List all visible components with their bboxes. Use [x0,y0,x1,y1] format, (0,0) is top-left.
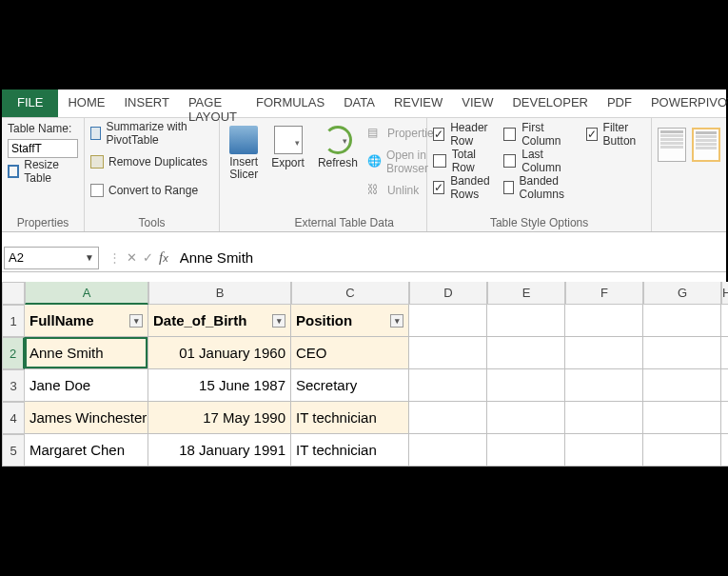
resize-icon [8,165,19,178]
cell-h3[interactable] [721,369,728,402]
cell-b2[interactable]: 01 January 1960 [148,337,291,369]
cell-c2[interactable]: CEO [291,337,409,369]
ribbon-tabs: FILE HOME INSERT PAGE LAYOUT FORMULAS DA… [2,89,726,118]
filter-icon[interactable]: ▾ [129,314,143,328]
fx-icon[interactable]: fx [159,249,168,266]
table-name-label: Table Name: [8,122,78,135]
cell-e3[interactable] [487,369,565,402]
col-header-h[interactable]: H [721,282,728,305]
cell-f2[interactable] [565,337,643,369]
filter-icon[interactable]: ▾ [272,314,285,328]
cell-b4[interactable]: 17 May 1990 [148,402,291,434]
col-header-f[interactable]: F [565,282,643,305]
convert-range-button[interactable]: Convert to Range [90,181,213,200]
formula-input[interactable] [176,247,726,269]
tab-review[interactable]: REVIEW [384,89,452,117]
cell-b5[interactable]: 18 January 1991 [148,434,291,467]
refresh-icon [324,126,352,154]
group-properties: Table Name: Resize Table Properties [2,118,85,231]
cell-e2[interactable] [487,337,565,369]
col-header-d[interactable]: D [409,282,487,305]
tab-view[interactable]: VIEW [452,89,502,117]
group-tools-label: Tools [90,212,213,229]
cell-c4[interactable]: IT technician [291,402,409,434]
cell-d2[interactable] [409,337,487,369]
table-style-thumb[interactable] [658,128,686,162]
cell-b1[interactable]: Date_of_Birth▾ [148,305,291,337]
tab-powerpivot[interactable]: POWERPIVOT [641,89,728,117]
cell-c5[interactable]: IT technician [291,434,409,467]
cell-a4[interactable]: James Winchester [25,402,148,434]
col-header-c[interactable]: C [291,282,409,305]
summarize-pivot-button[interactable]: Summarize with PivotTable [90,124,213,143]
tab-page-layout[interactable]: PAGE LAYOUT [179,89,246,117]
cell-h4[interactable] [721,402,728,434]
cell-d5[interactable] [409,434,487,467]
cell-f3[interactable] [565,369,643,402]
cell-c3[interactable]: Secretary [291,369,409,402]
col-header-b[interactable]: B [148,282,291,305]
row-header-5[interactable]: 5 [2,434,25,467]
header-row-check[interactable]: ✓ [433,128,444,141]
cell-f5[interactable] [565,434,643,467]
tab-insert[interactable]: INSERT [114,89,178,117]
cell-f4[interactable] [565,402,643,434]
tab-pdf[interactable]: PDF [598,89,641,117]
row-header-3[interactable]: 3 [2,369,25,402]
chevron-down-icon[interactable]: ▼ [85,252,94,263]
tab-developer[interactable]: DEVELOPER [502,89,597,117]
cell-b3[interactable]: 15 June 1987 [148,369,291,402]
cell-h2[interactable] [721,337,728,369]
first-column-check[interactable] [503,128,516,141]
cell-a5[interactable]: Margaret Chen [25,434,148,467]
resize-table-button[interactable]: Resize Table [8,162,78,181]
total-row-check[interactable] [433,154,445,168]
cell-d1[interactable] [409,305,487,337]
tab-formulas[interactable]: FORMULAS [246,89,334,117]
row-header-4[interactable]: 4 [2,402,25,434]
tab-data[interactable]: DATA [334,89,384,117]
insert-slicer-button[interactable]: Insert Slicer [226,122,262,212]
name-box[interactable]: A2 ▼ [4,247,99,269]
banded-columns-check[interactable] [503,181,514,194]
export-button[interactable]: Export [267,122,308,212]
filter-button-check[interactable]: ✓ [586,128,598,141]
formula-bar: A2 ▼ ⋮ ✕ ✓ fx [2,244,726,272]
remove-duplicates-button[interactable]: Remove Duplicates [90,152,213,171]
col-header-g[interactable]: G [643,282,721,305]
group-style-options: ✓Header Row Total Row ✓Banded Rows First… [427,118,652,231]
cell-g1[interactable] [643,305,721,337]
last-column-check[interactable] [503,154,516,168]
cell-c1[interactable]: Position▾ [291,305,409,337]
banded-rows-check[interactable]: ✓ [433,181,444,194]
col-header-a[interactable]: A [25,282,148,305]
cell-g3[interactable] [643,369,721,402]
cell-g4[interactable] [643,402,721,434]
col-header-e[interactable]: E [487,282,565,305]
cell-g2[interactable] [643,337,721,369]
cell-a3[interactable]: Jane Doe [25,369,148,402]
cell-a2[interactable]: Anne Smith [25,337,148,369]
row-header-2[interactable]: 2 [2,337,25,369]
cell-d4[interactable] [409,402,487,434]
cell-e1[interactable] [487,305,565,337]
cell-a1[interactable]: FullName▾ [25,305,148,337]
group-properties-label: Properties [8,212,78,229]
select-all-corner[interactable] [2,282,25,305]
cell-e4[interactable] [487,402,565,434]
cell-h5[interactable] [721,434,728,467]
cell-g5[interactable] [643,434,721,467]
enter-icon[interactable]: ✓ [143,250,153,265]
table-name-input[interactable] [8,139,78,158]
table-style-thumb[interactable] [692,128,720,162]
cell-h1[interactable] [721,305,728,337]
row-header-1[interactable]: 1 [2,305,25,337]
refresh-button[interactable]: Refresh [314,122,362,212]
tab-home[interactable]: HOME [58,89,114,117]
cell-d3[interactable] [409,369,487,402]
cell-e5[interactable] [487,434,565,467]
tab-file[interactable]: FILE [2,89,58,117]
cancel-icon[interactable]: ✕ [127,250,137,265]
filter-icon[interactable]: ▾ [390,314,403,328]
cell-f1[interactable] [565,305,643,337]
